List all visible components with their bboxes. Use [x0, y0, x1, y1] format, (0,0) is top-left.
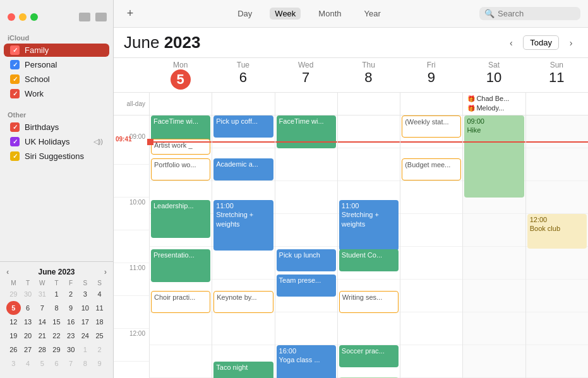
- mini-cal-day[interactable]: 26: [6, 343, 21, 357]
- search-input[interactable]: [498, 9, 573, 18]
- mini-cal-day[interactable]: 21: [35, 329, 49, 343]
- today-button[interactable]: Today: [523, 35, 559, 50]
- mini-cal-next[interactable]: ›: [104, 267, 107, 276]
- mini-cal-day[interactable]: 27: [21, 343, 35, 357]
- mini-cal-day[interactable]: 31: [35, 287, 49, 301]
- event-block[interactable]: Writing ses...: [339, 291, 399, 313]
- mini-cal-day[interactable]: 19: [6, 329, 21, 343]
- mini-cal-day[interactable]: 18: [92, 315, 107, 329]
- mini-cal-day[interactable]: 3: [78, 287, 93, 301]
- mini-cal-day[interactable]: 2: [92, 343, 107, 357]
- mini-cal-day[interactable]: 3: [6, 357, 21, 370]
- event-block[interactable]: 09:00 Hike: [464, 115, 524, 198]
- mini-cal-day[interactable]: 25: [92, 329, 107, 343]
- event-block[interactable]: Team prese...: [277, 275, 336, 297]
- mini-cal-day[interactable]: 4: [92, 287, 107, 301]
- day-num-wed[interactable]: 7: [275, 69, 337, 86]
- checkbox-work[interactable]: ✓: [10, 89, 20, 98]
- sidebar-item-family[interactable]: ✓ Family: [4, 44, 109, 57]
- sidebar-item-siri[interactable]: ✓ Siri Suggestions: [4, 150, 109, 163]
- checkbox-family[interactable]: ✓: [10, 45, 20, 55]
- mini-cal-day[interactable]: 15: [49, 315, 64, 329]
- event-block[interactable]: 12:00 Book club: [527, 214, 587, 249]
- mini-cal-day[interactable]: 2: [64, 287, 78, 301]
- event-block[interactable]: Pick up lunch: [277, 249, 336, 271]
- view-month[interactable]: Month: [313, 8, 346, 20]
- mini-cal-day[interactable]: 9: [92, 357, 107, 370]
- mini-cal-day[interactable]: 28: [35, 343, 49, 357]
- inbox-icon[interactable]: [95, 13, 107, 21]
- close-button[interactable]: [8, 13, 15, 21]
- mini-cal-day[interactable]: 7: [35, 301, 49, 315]
- checkbox-siri[interactable]: ✓: [10, 151, 20, 161]
- mini-cal-day[interactable]: 1: [49, 287, 64, 301]
- checkbox-school[interactable]: ✓: [10, 74, 20, 84]
- event-block[interactable]: Portfolio wo...: [151, 158, 210, 180]
- sidebar-item-uk-holidays[interactable]: ✓ UK Holidays ◁)): [4, 135, 109, 148]
- event-block[interactable]: 11:00 Stretching + weights: [213, 200, 273, 251]
- mini-cal-day[interactable]: 20: [21, 329, 35, 343]
- mini-cal-day[interactable]: 7: [64, 357, 78, 370]
- mini-cal-day[interactable]: 22: [49, 329, 64, 343]
- mini-cal-day[interactable]: 23: [64, 329, 78, 343]
- mini-cal-day[interactable]: 5: [6, 301, 21, 315]
- sidebar-item-work[interactable]: ✓ Work: [4, 87, 109, 100]
- mini-cal-day[interactable]: 6: [21, 301, 35, 315]
- allday-sat[interactable]: 🎁 Chad Be... 🎁 Melody...: [462, 93, 525, 115]
- mini-cal-day[interactable]: 10: [78, 301, 93, 315]
- mini-cal-day[interactable]: 24: [78, 329, 93, 343]
- mini-cal-day[interactable]: 30: [21, 287, 35, 301]
- mini-cal-day[interactable]: 17: [78, 315, 93, 329]
- view-year[interactable]: Year: [359, 8, 385, 20]
- sidebar-item-personal[interactable]: ✓ Personal: [4, 58, 109, 71]
- mini-cal-day[interactable]: 12: [6, 315, 21, 329]
- checkbox-birthdays[interactable]: ✓: [10, 122, 20, 132]
- checkbox-personal[interactable]: ✓: [10, 60, 20, 69]
- maximize-button[interactable]: [30, 13, 38, 21]
- day-num-thu[interactable]: 8: [337, 69, 400, 86]
- event-block[interactable]: 11:00 Stretching + weights: [339, 200, 399, 251]
- allday-event-chad[interactable]: 🎁 Chad Be...: [465, 94, 523, 103]
- mini-cal-day[interactable]: 13: [21, 315, 35, 329]
- event-block[interactable]: 16:00 Yoga class ...: [277, 345, 336, 378]
- checkbox-uk-holidays[interactable]: ✓: [10, 137, 20, 146]
- event-block[interactable]: Student Co...: [339, 249, 399, 271]
- view-week[interactable]: Week: [270, 8, 301, 20]
- search-box[interactable]: 🔍: [479, 7, 580, 20]
- mini-cal-day[interactable]: 8: [78, 357, 93, 370]
- mini-cal-day[interactable]: 14: [35, 315, 49, 329]
- mini-cal-day[interactable]: 11: [92, 301, 107, 315]
- allday-event-melody[interactable]: 🎁 Melody...: [465, 103, 523, 112]
- event-block[interactable]: Soccer prac...: [339, 345, 399, 367]
- mini-cal-day[interactable]: 5: [35, 357, 49, 370]
- add-event-button[interactable]: +: [121, 5, 139, 23]
- day-num-sun[interactable]: 11: [525, 69, 588, 86]
- mini-cal-day[interactable]: 29: [6, 287, 21, 301]
- sidebar-item-birthdays[interactable]: ✓ Birthdays: [4, 121, 109, 134]
- view-day[interactable]: Day: [232, 8, 257, 20]
- minimize-button[interactable]: [19, 13, 27, 21]
- day-num-tue[interactable]: 6: [212, 69, 274, 86]
- mini-cal-day[interactable]: 30: [64, 343, 78, 357]
- event-block[interactable]: Presentatio...: [151, 249, 210, 282]
- time-grid[interactable]: 09:0010:0011:0012:0013:0014:0015:0016:00…: [114, 115, 588, 378]
- day-num-fri[interactable]: 9: [400, 69, 462, 86]
- sidebar-item-school[interactable]: ✓ School: [4, 73, 109, 86]
- mini-cal-day[interactable]: 9: [64, 301, 78, 315]
- event-block[interactable]: Keynote by...: [213, 291, 273, 313]
- mini-cal-day[interactable]: 6: [49, 357, 64, 370]
- event-block[interactable]: (Weekly stat...: [402, 115, 461, 138]
- mini-cal-day[interactable]: 29: [49, 343, 64, 357]
- event-block[interactable]: FaceTime wi...: [277, 115, 336, 148]
- day-num-sat[interactable]: 10: [462, 69, 525, 86]
- day-num-mon[interactable]: 5: [171, 69, 191, 90]
- mini-cal-day[interactable]: 1: [78, 343, 93, 357]
- event-block[interactable]: Pick up coff...: [213, 115, 273, 138]
- mini-cal-day[interactable]: 8: [49, 301, 64, 315]
- next-week-button[interactable]: ›: [564, 36, 578, 50]
- sidebar-toggle-icon[interactable]: [79, 13, 90, 21]
- mini-cal-day[interactable]: 16: [64, 315, 78, 329]
- event-block[interactable]: Choir practi...: [151, 291, 210, 313]
- event-block[interactable]: Leadership...: [151, 200, 210, 238]
- prev-week-button[interactable]: ‹: [504, 36, 518, 50]
